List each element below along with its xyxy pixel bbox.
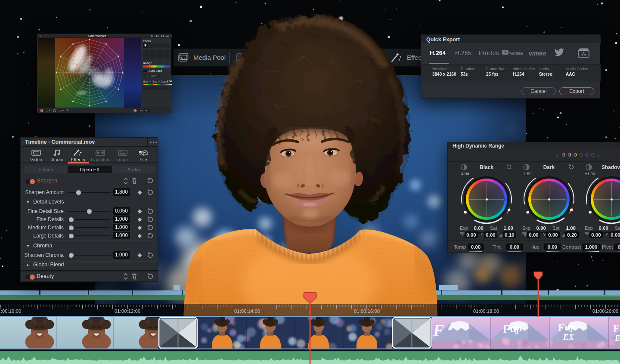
- svg-text:Fuji: Fuji: [502, 321, 524, 336]
- svg-text:Fu: Fu: [612, 322, 620, 334]
- svg-text:EX: EX: [563, 333, 575, 342]
- svg-text:Fuji: Fuji: [557, 321, 577, 333]
- svg-text:E: E: [614, 333, 620, 342]
- svg-text:F: F: [433, 321, 444, 339]
